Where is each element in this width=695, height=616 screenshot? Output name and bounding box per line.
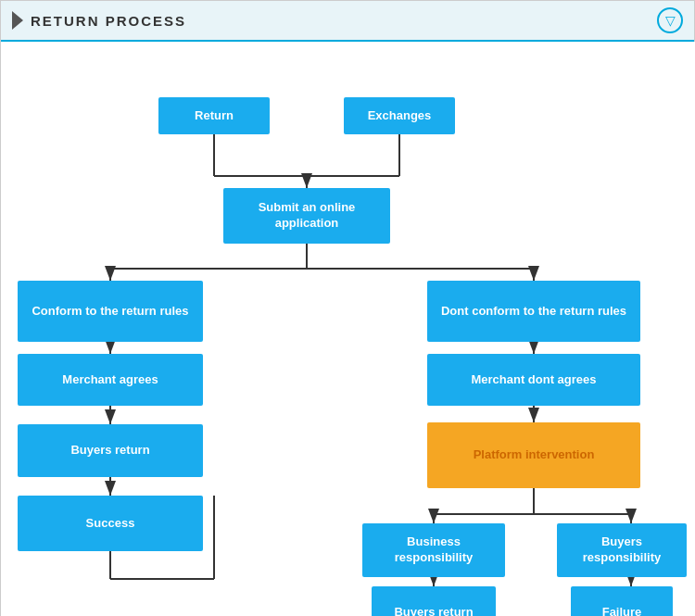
success-box: Success (18, 496, 203, 551)
diagram: Return Exchanges Submit an online applic… (1, 42, 695, 616)
header: RETURN PROCESS ▽ (1, 1, 694, 42)
submit-box: Submit an online application (223, 188, 390, 244)
page-container: RETURN PROCESS ▽ (0, 0, 695, 616)
dont-conform-box: Dont conform to the return rules (427, 281, 640, 342)
header-triangle-icon (12, 11, 23, 30)
page-title: RETURN PROCESS (31, 13, 186, 29)
buyers-resp-box: Buyers responsibility (557, 523, 687, 577)
exchanges-box: Exchanges (344, 97, 455, 134)
merchant-dont-box: Merchant dont agrees (427, 354, 640, 406)
failure-box: Failure (571, 586, 673, 616)
buyers-return-left-box: Buyers return (18, 424, 203, 477)
business-resp-box: Business responsibility (362, 523, 505, 577)
return-box: Return (158, 97, 270, 134)
dropdown-triangle-icon: ▽ (665, 13, 676, 28)
header-dropdown-icon[interactable]: ▽ (657, 7, 683, 33)
merchant-agrees-box: Merchant agrees (18, 354, 203, 406)
buyers-return-right-box: Buyers return (372, 586, 496, 616)
platform-box: Platform intervention (427, 422, 640, 488)
conform-box: Conform to the return rules (18, 281, 203, 342)
